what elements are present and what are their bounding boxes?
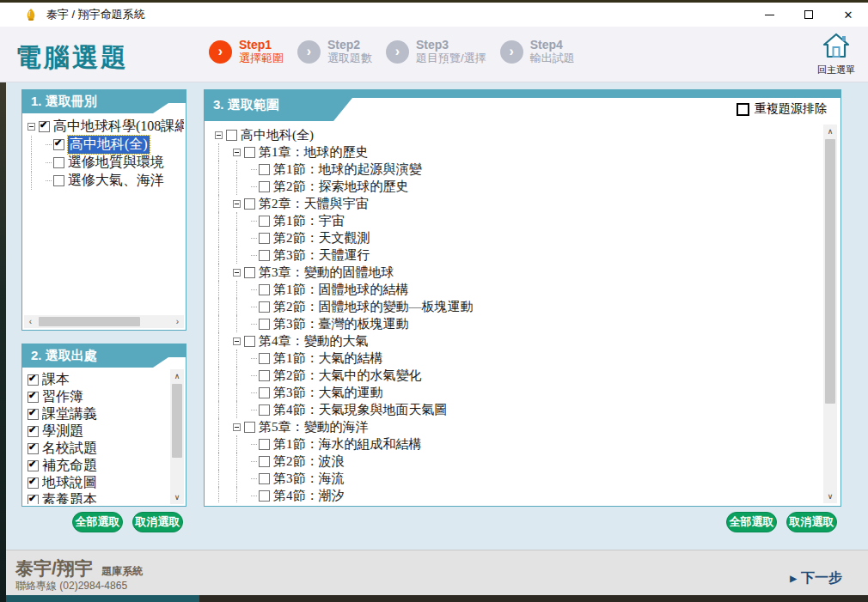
vertical-scrollbar[interactable]: ∧ ∨: [823, 125, 837, 503]
tree-item-label[interactable]: 高中地球科學(108課綱): [53, 118, 184, 136]
checkbox-checked[interactable]: [28, 374, 39, 386]
checkbox-checked[interactable]: [39, 121, 50, 132]
minimize-button[interactable]: [749, 3, 789, 27]
checkbox-unchecked[interactable]: [259, 404, 270, 416]
tree-item-label[interactable]: 第3節：大氣的運動: [273, 385, 383, 401]
tree-item-section[interactable]: 第1節：固體地球的結構: [215, 281, 815, 298]
list-item[interactable]: 學測題: [28, 423, 170, 440]
deselect-all-right-button[interactable]: 取消選取: [786, 512, 837, 532]
checkbox-checked[interactable]: [28, 460, 39, 471]
tree-item-label[interactable]: 選修地質與環境: [68, 154, 164, 172]
source-label[interactable]: 學測題: [42, 423, 83, 441]
checkbox-unchecked[interactable]: [259, 456, 270, 467]
tree-item-section[interactable]: 第4節：潮汐: [215, 487, 815, 502]
checkbox-checked[interactable]: [28, 426, 39, 437]
deselect-all-left-button[interactable]: 取消選取: [132, 512, 183, 532]
scroll-up-icon[interactable]: ∧: [823, 125, 837, 138]
list-item[interactable]: 補充命題: [28, 457, 170, 474]
next-step-button[interactable]: ▶ 下一步: [790, 569, 842, 587]
tree-item-label[interactable]: 第1節：宇宙: [273, 213, 345, 229]
checkbox-unchecked[interactable]: [259, 216, 270, 227]
list-item[interactable]: 習作簿: [28, 388, 170, 405]
tree-item-label[interactable]: 第1節：固體地球的結構: [273, 282, 409, 298]
maximize-button[interactable]: [789, 3, 828, 27]
checkbox-checked[interactable]: [28, 477, 39, 489]
checkbox-unchecked[interactable]: [259, 439, 270, 450]
scrollbar-thumb[interactable]: [825, 139, 835, 404]
tree-item-chapter[interactable]: 第1章：地球的歷史: [215, 143, 815, 161]
tree-item[interactable]: 選修地質與環境: [28, 154, 184, 172]
tree-item-section[interactable]: 第1節：海水的組成和結構: [215, 435, 815, 453]
collapse-icon[interactable]: [233, 269, 241, 277]
tree-item-label[interactable]: 第4節：潮汐: [273, 488, 345, 503]
source-label[interactable]: 素養題本: [42, 491, 97, 505]
tree-item-label[interactable]: 高中地科(全): [241, 127, 314, 143]
tree-item-section[interactable]: 第2節：固體地球的變動—板塊運動: [215, 298, 815, 315]
tree-item-section[interactable]: 第1節：地球的起源與演變: [215, 161, 815, 178]
tree-item-label[interactable]: 第2節：波浪: [273, 453, 345, 470]
tree-item-label[interactable]: 第5章：變動的海洋: [259, 419, 369, 435]
tree-item-label[interactable]: 第1節：地球的起源與演變: [273, 161, 422, 178]
collapse-icon[interactable]: [215, 131, 223, 139]
horizontal-scrollbar[interactable]: ‹ ›: [24, 315, 184, 328]
checkbox-checked[interactable]: [28, 392, 39, 403]
checkbox-unchecked[interactable]: [53, 157, 64, 168]
tree-item-section[interactable]: 第2節：探索地球的歷史: [215, 178, 815, 195]
tree-item-label[interactable]: 第3節：臺灣的板塊運動: [273, 316, 409, 332]
checkbox-unchecked[interactable]: [259, 387, 270, 398]
source-label[interactable]: 名校試題: [42, 440, 97, 458]
scroll-right-icon[interactable]: ›: [171, 315, 184, 328]
scrollbar-thumb[interactable]: [39, 317, 140, 326]
checkbox-unchecked[interactable]: [259, 164, 270, 175]
tree-item-root[interactable]: 高中地球科學(108課綱): [28, 118, 184, 136]
checkbox-unchecked[interactable]: [259, 473, 270, 484]
checkbox-unchecked[interactable]: [244, 336, 255, 347]
tree-item-label[interactable]: 第3章：變動的固體地球: [259, 265, 394, 281]
scroll-left-icon[interactable]: ‹: [24, 315, 37, 328]
tree-item-root[interactable]: 高中地科(全): [215, 126, 815, 143]
vertical-scrollbar[interactable]: ∧ ∨: [170, 369, 184, 504]
checkbox-checked[interactable]: [53, 139, 64, 150]
checkbox-unchecked[interactable]: [259, 353, 270, 364]
tree-item-section[interactable]: 第3節：天體運行: [215, 246, 815, 264]
collapse-icon[interactable]: [233, 423, 241, 431]
list-item[interactable]: 素養題本: [28, 491, 170, 504]
checkbox-unchecked[interactable]: [226, 130, 237, 141]
close-button[interactable]: ✕: [828, 3, 868, 27]
checkbox-unchecked[interactable]: [259, 301, 270, 313]
tree-item-label[interactable]: 第2節：固體地球的變動—板塊運動: [273, 299, 474, 315]
tree-item-label-selected[interactable]: 高中地科(全): [68, 136, 150, 154]
list-item[interactable]: 課堂講義: [28, 405, 170, 423]
checkbox-unchecked[interactable]: [244, 267, 255, 278]
tree-item[interactable]: 高中地科(全): [28, 136, 184, 154]
tree-item-label[interactable]: 第4節：天氣現象與地面天氣圖: [273, 402, 448, 418]
dedupe-checkbox-row[interactable]: 重複題源排除: [737, 101, 827, 117]
tree-item-label[interactable]: 第2章：天體與宇宙: [259, 196, 369, 212]
tree-item-chapter[interactable]: 第5章：變動的海洋: [215, 418, 815, 435]
checkbox-unchecked[interactable]: [259, 319, 270, 330]
collapse-icon[interactable]: [233, 200, 241, 208]
tree-item-section[interactable]: 第3節：海流: [215, 470, 815, 487]
checkbox-unchecked[interactable]: [244, 147, 255, 158]
tree-item-label[interactable]: 第2節：探索地球的歷史: [273, 179, 409, 195]
tree-item-section[interactable]: 第2節：波浪: [215, 453, 815, 470]
scroll-up-icon[interactable]: ∧: [170, 369, 184, 383]
checkbox-unchecked[interactable]: [53, 175, 64, 186]
home-menu-button[interactable]: 回主選單: [816, 32, 856, 76]
tree-item-section[interactable]: 第3節：臺灣的板塊運動: [215, 315, 815, 332]
list-item[interactable]: 地球說圖: [28, 474, 170, 491]
collapse-icon[interactable]: [28, 123, 35, 131]
tree-item-label[interactable]: 第1章：地球的歷史: [259, 144, 369, 161]
source-label[interactable]: 課本: [42, 371, 70, 389]
scroll-down-icon[interactable]: ∨: [170, 490, 184, 504]
checkbox-unchecked[interactable]: [259, 370, 270, 381]
tree-item-label[interactable]: 第3節：海流: [273, 471, 345, 487]
tree-item[interactable]: 選修大氣、海洋: [28, 172, 184, 190]
checkbox-unchecked[interactable]: [259, 233, 270, 244]
select-all-left-button[interactable]: 全部選取: [72, 512, 123, 532]
tree-item-label[interactable]: 第4章：變動的大氣: [259, 333, 369, 350]
list-item[interactable]: 課本: [28, 371, 170, 388]
select-all-right-button[interactable]: 全部選取: [726, 512, 777, 532]
tree-item-label[interactable]: 第3節：天體運行: [273, 247, 370, 264]
tree-item-section[interactable]: 第2節：天文觀測: [215, 229, 815, 246]
